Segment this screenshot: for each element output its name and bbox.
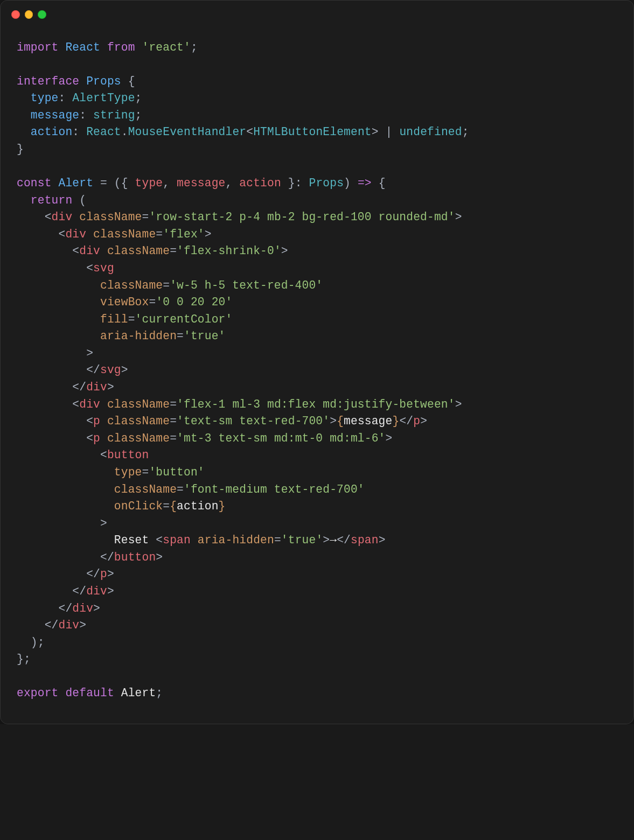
paren-close: ) bbox=[344, 177, 351, 190]
type-handler: MouseEventHandler bbox=[128, 125, 247, 138]
code-editor[interactable]: import React from 'react'; interface Pro… bbox=[1, 23, 633, 724]
ident-props: Props bbox=[86, 75, 121, 88]
attr-classname: className bbox=[107, 415, 170, 428]
arrow: => bbox=[351, 177, 379, 190]
text-reset: Reset bbox=[114, 534, 156, 547]
string-class: 'flex' bbox=[163, 228, 205, 241]
jsx-close: > bbox=[156, 551, 163, 564]
semicolon: ; bbox=[135, 92, 142, 104]
comma: , bbox=[163, 177, 177, 190]
arrow-icon: → bbox=[330, 534, 337, 547]
jsx-close: > bbox=[455, 211, 462, 223]
tag-span: span bbox=[163, 534, 191, 547]
jsx-close: > bbox=[420, 415, 427, 428]
string-true: 'true' bbox=[184, 330, 226, 342]
jsx-open: < bbox=[86, 262, 93, 275]
lt: < bbox=[246, 125, 253, 138]
semicolon: ; bbox=[462, 125, 469, 138]
jsx-close: > bbox=[79, 619, 86, 632]
jsx-close: > bbox=[121, 363, 128, 376]
gt: > | bbox=[372, 125, 400, 138]
eq: = bbox=[142, 466, 149, 479]
tag-svg: svg bbox=[93, 262, 114, 275]
tag-div: div bbox=[72, 602, 93, 615]
eq: = bbox=[170, 398, 177, 411]
jsx-open: </ bbox=[100, 551, 114, 564]
tag-p: p bbox=[93, 432, 100, 445]
window-titlebar bbox=[1, 1, 633, 23]
dot: . bbox=[121, 125, 128, 138]
jsx-close: > bbox=[455, 398, 462, 411]
keyword-interface: interface bbox=[17, 75, 79, 88]
type-undefined: undefined bbox=[399, 125, 462, 138]
var-type: type bbox=[135, 177, 163, 190]
string-class: 'w-5 h-5 text-red-400' bbox=[170, 279, 323, 292]
string-button: 'button' bbox=[149, 466, 204, 479]
eq: = bbox=[163, 279, 170, 292]
jsx-close: > bbox=[86, 347, 93, 360]
type-props: Props bbox=[309, 177, 344, 190]
keyword-from: from bbox=[107, 41, 135, 54]
tag-div: div bbox=[65, 228, 86, 241]
attr-classname: className bbox=[114, 483, 177, 496]
jsx-close: > bbox=[107, 381, 114, 394]
string-class: 'flex-shrink-0' bbox=[177, 244, 281, 257]
attr-classname: className bbox=[107, 244, 170, 257]
jsx-open: </ bbox=[399, 415, 413, 428]
tag-p: p bbox=[93, 415, 100, 428]
type-alerttype: AlertType bbox=[72, 92, 135, 104]
eq: = bbox=[177, 483, 184, 496]
brace-close: } bbox=[17, 143, 24, 156]
keyword-import: import bbox=[17, 41, 59, 54]
eq: = bbox=[163, 500, 170, 513]
eq-destruct: = ({ bbox=[93, 177, 135, 190]
attr-classname: className bbox=[79, 211, 142, 223]
attr-type: type bbox=[114, 466, 142, 479]
string-class: 'font-medium text-red-700' bbox=[184, 483, 365, 496]
eq: = bbox=[170, 415, 177, 428]
jsx-open: < bbox=[156, 534, 163, 547]
jsx-close: > bbox=[330, 415, 337, 428]
colon: : bbox=[79, 109, 93, 122]
tag-p: p bbox=[413, 415, 420, 428]
keyword-const: const bbox=[17, 177, 52, 190]
jsx-open: </ bbox=[72, 585, 86, 598]
zoom-icon[interactable] bbox=[38, 10, 46, 19]
eq: = bbox=[170, 432, 177, 445]
attr-classname: className bbox=[107, 398, 170, 411]
tag-button: button bbox=[114, 551, 156, 564]
minimize-icon[interactable] bbox=[25, 10, 33, 19]
attr-onclick: onClick bbox=[114, 500, 163, 513]
comma: , bbox=[226, 177, 240, 190]
string-class: 'mt-3 text-sm md:mt-0 md:ml-6' bbox=[177, 432, 385, 445]
brace-open: { bbox=[379, 177, 386, 190]
eq: = bbox=[149, 296, 156, 309]
tag-div: div bbox=[59, 619, 80, 632]
jsx-close: > bbox=[379, 534, 386, 547]
code-window: import React from 'react'; interface Pro… bbox=[0, 0, 634, 724]
jsx-close: > bbox=[100, 517, 107, 530]
paren-open: ( bbox=[72, 194, 86, 207]
attr-fill: fill bbox=[100, 313, 128, 326]
tag-div: div bbox=[52, 211, 73, 223]
brace-open: { bbox=[170, 500, 177, 513]
close-icon[interactable] bbox=[11, 10, 20, 19]
jsx-open: < bbox=[100, 449, 107, 461]
jsx-open: </ bbox=[45, 619, 59, 632]
tag-div: div bbox=[79, 398, 100, 411]
eq: = bbox=[128, 313, 135, 326]
jsx-open: </ bbox=[337, 534, 351, 547]
jsx-close: > bbox=[93, 602, 100, 615]
type-button-el: HTMLButtonElement bbox=[253, 125, 372, 138]
attr-classname: className bbox=[107, 432, 170, 445]
jsx-open: </ bbox=[59, 602, 73, 615]
jsx-open: < bbox=[45, 211, 52, 223]
var-message: message bbox=[177, 177, 225, 190]
prop-key-message: message bbox=[31, 109, 79, 122]
eq: = bbox=[170, 244, 177, 257]
var-action: action bbox=[177, 500, 219, 513]
jsx-open: < bbox=[59, 228, 66, 241]
tag-span: span bbox=[351, 534, 379, 547]
tag-button: button bbox=[107, 449, 149, 461]
keyword-export: export bbox=[17, 687, 59, 699]
